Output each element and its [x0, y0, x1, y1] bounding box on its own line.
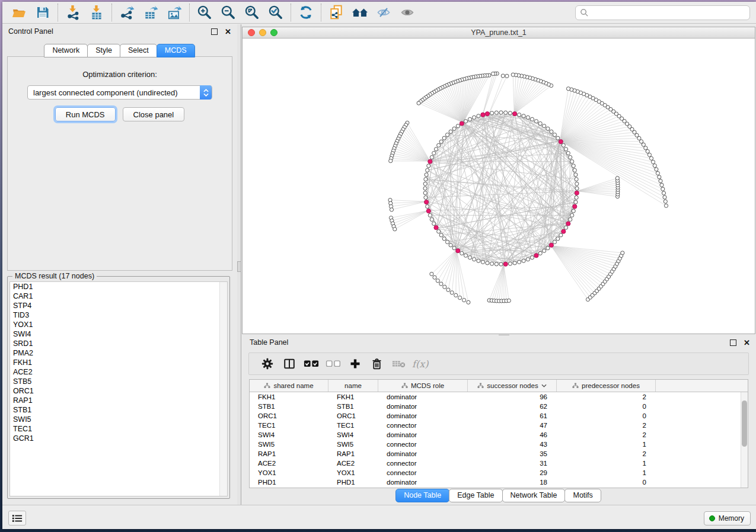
- splitter-grip[interactable]: [237, 261, 241, 272]
- mcds-result-item[interactable]: PHD1: [10, 282, 227, 291]
- table-cell[interactable]: 1: [557, 469, 656, 476]
- vertical-splitter[interactable]: [237, 24, 241, 505]
- function-builder-button[interactable]: f(x): [410, 354, 432, 373]
- table-cell[interactable]: 29: [468, 469, 557, 476]
- mcds-result-item[interactable]: TID3: [10, 310, 227, 320]
- table-cell[interactable]: ACE2: [328, 460, 378, 467]
- select-all-checkboxes-button[interactable]: [300, 354, 322, 373]
- mcds-result-item[interactable]: STB5: [10, 377, 227, 386]
- tab-edge-table[interactable]: Edge Table: [449, 489, 502, 502]
- mcds-result-item[interactable]: RAP1: [10, 396, 227, 405]
- mcds-result-item[interactable]: YOX1: [10, 320, 227, 329]
- mcds-result-item[interactable]: GCR1: [10, 434, 227, 443]
- table-cell[interactable]: RAP1: [328, 450, 378, 457]
- table-cell[interactable]: TEC1: [328, 422, 378, 429]
- tab-select[interactable]: Select: [120, 44, 157, 57]
- mcds-result-item[interactable]: SWI4: [10, 329, 227, 339]
- table-cell[interactable]: FKH1: [328, 393, 378, 400]
- table-row[interactable]: STB1STB1dominator620: [250, 402, 748, 411]
- table-cell[interactable]: PHD1: [250, 479, 328, 486]
- table-cell[interactable]: 47: [468, 422, 557, 429]
- search-input[interactable]: [589, 7, 749, 19]
- table-cell[interactable]: dominator: [378, 431, 468, 438]
- close-panel-button[interactable]: Close panel: [123, 107, 185, 121]
- export-table-button[interactable]: [139, 3, 162, 22]
- table-cell[interactable]: connector: [378, 460, 468, 467]
- table-scrollbar-thumb[interactable]: [742, 400, 747, 447]
- import-table-button[interactable]: [85, 3, 109, 22]
- export-network-button[interactable]: [115, 3, 139, 22]
- zoom-out-button[interactable]: [216, 3, 240, 22]
- tab-network-table[interactable]: Network Table: [502, 489, 566, 502]
- table-cell[interactable]: ORC1: [250, 412, 328, 419]
- mcds-result-item[interactable]: CAR1: [10, 291, 227, 301]
- table-row[interactable]: ACE2ACE2connector311: [250, 459, 748, 468]
- table-cell[interactable]: 1: [557, 460, 656, 467]
- table-cell[interactable]: 2: [557, 422, 656, 429]
- table-cell[interactable]: 2: [557, 431, 656, 438]
- float-panel-icon[interactable]: [211, 28, 218, 35]
- table-cell[interactable]: TEC1: [250, 422, 328, 429]
- table-cell[interactable]: 2: [557, 393, 656, 400]
- tab-motifs[interactable]: Motifs: [564, 489, 601, 502]
- zoom-selected-button[interactable]: [264, 3, 288, 22]
- table-cell[interactable]: PHD1: [328, 479, 378, 486]
- tab-node-table[interactable]: Node Table: [395, 489, 449, 502]
- optimization-criterion-select[interactable]: largest connected component (undirected): [27, 85, 212, 100]
- table-cell[interactable]: connector: [378, 422, 468, 429]
- table-cell[interactable]: 0: [557, 412, 656, 419]
- delete-column-button[interactable]: [366, 354, 388, 373]
- gear-button[interactable]: [256, 354, 278, 373]
- table-row[interactable]: SWI5SWI5connector431: [250, 440, 748, 449]
- column-header-shared-name[interactable]: shared name: [250, 380, 328, 392]
- table-cell[interactable]: 0: [557, 403, 656, 410]
- table-cell[interactable]: dominator: [378, 450, 468, 457]
- table-row[interactable]: FKH1FKH1dominator962: [250, 392, 748, 402]
- table-cell[interactable]: dominator: [378, 479, 468, 486]
- table-cell[interactable]: SWI5: [328, 441, 378, 448]
- add-column-button[interactable]: [344, 354, 366, 373]
- refresh-button[interactable]: [294, 3, 318, 22]
- tab-mcds[interactable]: MCDS: [157, 44, 195, 57]
- column-header-predecessor-nodes[interactable]: predecessor nodes: [557, 380, 656, 392]
- zoom-in-button[interactable]: [193, 3, 216, 22]
- column-header-name[interactable]: name: [328, 380, 378, 392]
- table-cell[interactable]: 0: [557, 479, 656, 486]
- table-cell[interactable]: 43: [468, 441, 557, 448]
- mcds-result-list[interactable]: PHD1CAR1STP4TID3YOX1SWI4SRD1PMA2FKH1ACE2…: [9, 281, 228, 496]
- table-cell[interactable]: SWI4: [328, 431, 378, 438]
- table-row[interactable]: RAP1RAP1dominator352: [250, 449, 748, 459]
- table-row[interactable]: PHD1PHD1dominator180: [250, 477, 748, 487]
- table-cell[interactable]: YOX1: [328, 469, 378, 476]
- table-cell[interactable]: 96: [468, 393, 557, 400]
- table-row[interactable]: ORC1ORC1dominator610: [250, 411, 748, 421]
- table-scrollbar[interactable]: [741, 392, 748, 488]
- table-cell[interactable]: 31: [468, 460, 557, 467]
- mcds-result-item[interactable]: PMA2: [10, 348, 227, 358]
- delete-table-button[interactable]: [388, 354, 410, 373]
- mcds-list-scrollbar[interactable]: [219, 282, 227, 496]
- network-canvas[interactable]: [243, 39, 755, 333]
- close-panel-icon[interactable]: ✕: [225, 28, 231, 35]
- table-cell[interactable]: 18: [468, 479, 557, 486]
- export-image-button[interactable]: [162, 3, 186, 22]
- table-row[interactable]: SWI4SWI4dominator462: [250, 430, 748, 440]
- table-cell[interactable]: SWI4: [250, 431, 328, 438]
- houses-button[interactable]: [348, 3, 372, 22]
- mcds-result-item[interactable]: STB1: [10, 405, 227, 415]
- mcds-result-item[interactable]: SWI5: [10, 415, 227, 424]
- mcds-result-item[interactable]: TEC1: [10, 424, 227, 434]
- table-cell[interactable]: STB1: [328, 403, 378, 410]
- table-cell[interactable]: connector: [378, 469, 468, 476]
- mcds-result-item[interactable]: STP4: [10, 301, 227, 310]
- save-session-button[interactable]: [31, 3, 55, 22]
- table-cell[interactable]: 1: [557, 441, 656, 448]
- table-cell[interactable]: YOX1: [250, 469, 328, 476]
- table-cell[interactable]: 2: [557, 450, 656, 457]
- search-field[interactable]: [575, 5, 750, 20]
- open-session-button[interactable]: [7, 3, 31, 22]
- tab-network[interactable]: Network: [44, 44, 88, 57]
- show-all-button[interactable]: [395, 3, 419, 22]
- split-columns-button[interactable]: [278, 354, 300, 373]
- mcds-result-item[interactable]: ACE2: [10, 367, 227, 377]
